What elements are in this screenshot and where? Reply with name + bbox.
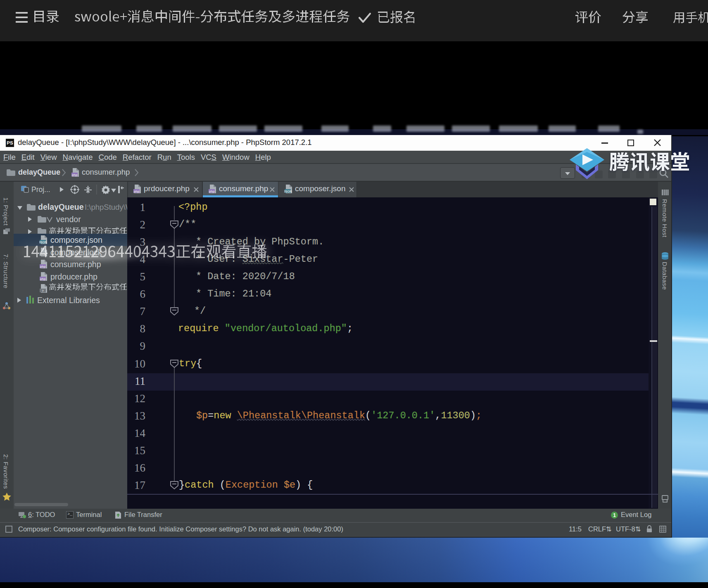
svg-text:php: php bbox=[40, 277, 46, 281]
svg-text:1: 1 bbox=[613, 512, 616, 518]
svg-text:php: php bbox=[134, 190, 140, 193]
svg-text:JSON: JSON bbox=[284, 190, 292, 193]
svg-text:php: php bbox=[209, 190, 215, 193]
svg-text:?: ? bbox=[42, 289, 44, 293]
svg-text:php: php bbox=[72, 173, 78, 177]
